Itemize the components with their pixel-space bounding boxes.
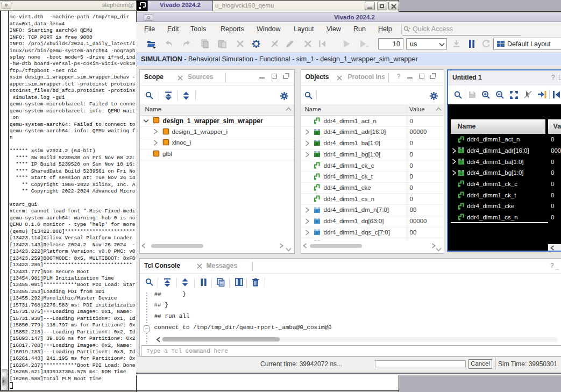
svg-text:m: m bbox=[366, 45, 368, 48]
